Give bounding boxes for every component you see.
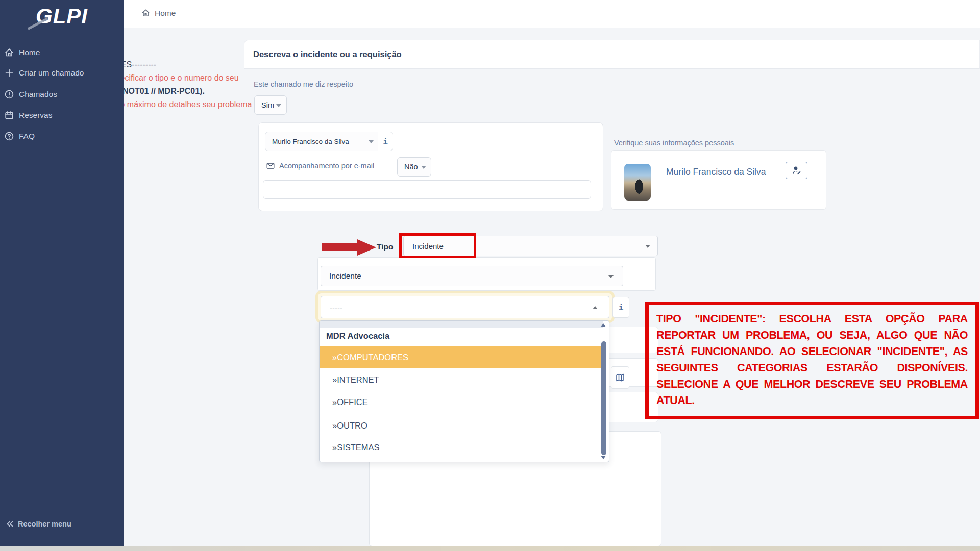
personal-info-name: Murilo Francisco da Silva bbox=[666, 167, 766, 178]
chevron-down-icon bbox=[645, 245, 650, 248]
sidebar-item-label: Chamados bbox=[19, 90, 57, 99]
type-dropdown-value: Incidente bbox=[321, 271, 361, 281]
category-option-office[interactable]: »OFFICE bbox=[320, 392, 603, 412]
sidebar-item-chamados[interactable]: Chamados bbox=[0, 86, 124, 103]
category-option-computadores[interactable]: »COMPUTADORES bbox=[320, 346, 603, 368]
email-followup-row: Acompanhamento por e-mail bbox=[266, 161, 374, 170]
form-card-header: Descreva o incidente ou a requisição bbox=[244, 40, 980, 69]
collapse-menu-label: Recolher menu bbox=[18, 520, 71, 528]
email-followup-value: Não bbox=[398, 163, 418, 171]
sidebar: GLPI Home Criar um chamado Chamados Rese… bbox=[0, 0, 124, 551]
sidebar-item-faq[interactable]: FAQ bbox=[0, 128, 124, 144]
edit-user-button[interactable] bbox=[786, 162, 807, 179]
breadcrumb-home: Home bbox=[155, 9, 176, 18]
top-header: Home bbox=[124, 0, 980, 28]
arrow-shaft bbox=[322, 243, 359, 251]
dropdown-scrollbar[interactable] bbox=[601, 341, 606, 455]
home-icon bbox=[141, 8, 151, 18]
user-edit-icon bbox=[792, 165, 802, 176]
chevron-up-icon bbox=[593, 306, 598, 309]
mail-icon bbox=[266, 161, 275, 170]
help-circle-icon bbox=[4, 131, 14, 141]
plus-icon bbox=[4, 68, 14, 78]
collapse-menu-button[interactable]: Recolher menu bbox=[5, 519, 71, 529]
sidebar-item-reservas[interactable]: Reservas bbox=[0, 107, 124, 123]
sidebar-item-label: Criar um chamado bbox=[19, 68, 84, 78]
category-option-outro[interactable]: »OUTRO bbox=[320, 416, 603, 435]
sidebar-item-label: Reservas bbox=[19, 111, 52, 120]
category-info-button[interactable]: i bbox=[612, 297, 629, 318]
option-label: »COMPUTADORES bbox=[332, 353, 408, 362]
category-value: ----- bbox=[321, 303, 342, 312]
category-select[interactable]: ----- bbox=[321, 296, 609, 318]
annotation-highlight-rect bbox=[399, 233, 476, 258]
glpi-ticket-page: GLPI Home Criar um chamado Chamados Rese… bbox=[0, 0, 980, 551]
breadcrumb[interactable]: Home bbox=[141, 8, 176, 18]
option-label: »OUTRO bbox=[332, 421, 368, 431]
sidebar-item-label: FAQ bbox=[19, 132, 35, 141]
sidebar-item-home[interactable]: Home bbox=[0, 44, 124, 61]
sidebar-item-label: Home bbox=[19, 48, 40, 57]
sidebar-item-criar-um-chamado[interactable]: Criar um chamado bbox=[0, 65, 124, 81]
type-dropdown-option[interactable]: Incidente bbox=[321, 266, 623, 286]
annotation-tip-text: TIPO "INCIDENTE": ESCOLHA ESTA OPÇÃO PAR… bbox=[656, 311, 968, 409]
personal-info-label: Verifique suas informações pessoais bbox=[614, 139, 734, 147]
email-followup-select[interactable]: Não bbox=[397, 157, 431, 177]
option-label: »SISTEMAS bbox=[332, 443, 380, 453]
map-icon bbox=[615, 372, 625, 383]
requester-info-button[interactable]: i bbox=[378, 132, 393, 151]
alert-circle-icon bbox=[4, 89, 14, 99]
chevron-down-icon bbox=[421, 166, 426, 169]
home-icon bbox=[4, 47, 14, 58]
window-bottom-edge bbox=[0, 546, 980, 551]
chevrons-left-icon bbox=[5, 519, 14, 529]
scroll-up-icon[interactable] bbox=[601, 323, 606, 327]
personal-info-card: Murilo Francisco da Silva bbox=[611, 150, 826, 210]
avatar bbox=[624, 164, 651, 201]
category-option-sistemas[interactable]: »SISTEMAS bbox=[320, 438, 603, 457]
type-label: Tipo bbox=[377, 242, 393, 252]
requester-select[interactable]: Murilo Francisco da Silva bbox=[265, 132, 378, 151]
email-followup-label: Acompanhamento por e-mail bbox=[279, 162, 374, 170]
info-icon: i bbox=[619, 303, 624, 312]
observer-email-input[interactable] bbox=[263, 180, 591, 199]
calendar-icon bbox=[4, 110, 14, 120]
chevron-down-icon bbox=[608, 275, 614, 278]
info-icon: i bbox=[383, 137, 388, 146]
category-option-internet[interactable]: »INTERNET bbox=[320, 370, 603, 389]
dropdown-top-strip bbox=[320, 321, 603, 328]
category-group-header: MDR Advocacia bbox=[326, 331, 389, 341]
option-label: »OFFICE bbox=[332, 397, 368, 407]
scroll-down-icon[interactable] bbox=[601, 456, 606, 459]
location-map-button[interactable] bbox=[611, 366, 629, 389]
annotation-tip-box: TIPO "INCIDENTE": ESCOLHA ESTA OPÇÃO PAR… bbox=[645, 302, 979, 419]
arrow-head bbox=[357, 239, 376, 256]
glpi-logo: GLPI bbox=[0, 4, 124, 29]
option-label: »INTERNET bbox=[332, 375, 379, 385]
requester-name: Murilo Francisco da Silva bbox=[265, 138, 349, 145]
category-dropdown-panel: MDR Advocacia »COMPUTADORES »INTERNET »O… bbox=[319, 320, 609, 462]
chevron-down-icon bbox=[369, 140, 374, 143]
